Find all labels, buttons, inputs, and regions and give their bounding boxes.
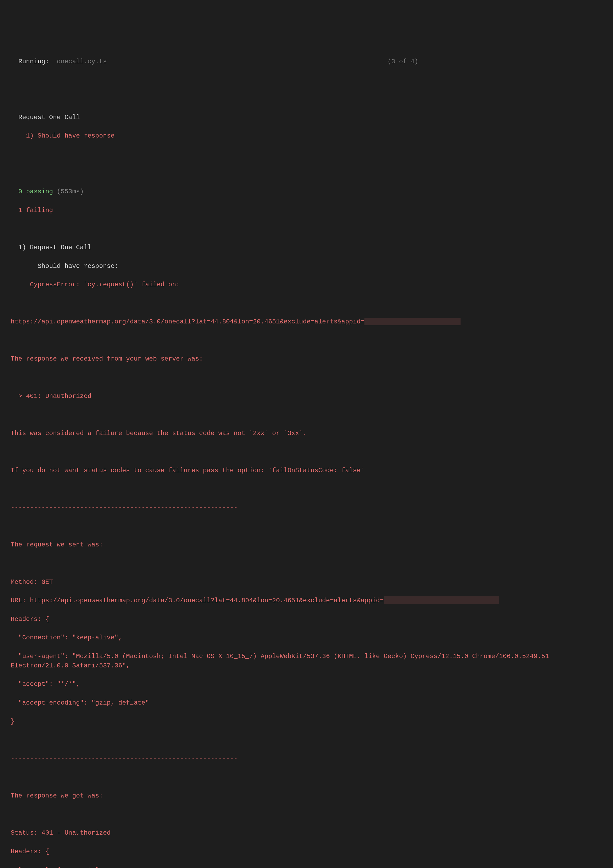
running-line: Running: onecall.cy.ts (3 of 4): [11, 57, 602, 67]
response-headers-open: Headers: {: [11, 847, 602, 857]
response-status: Status: 401 - Unauthorized: [11, 828, 602, 838]
divider-2: ----------------------------------------…: [11, 754, 602, 764]
failed-test-line: 1) Should have response: [11, 132, 602, 141]
response-title: The response we got was:: [11, 791, 602, 801]
request-h3: "accept": "*/*",: [11, 680, 602, 689]
obfuscated-appid-2: ████████████████: [384, 597, 499, 604]
running-label: Running:: [19, 58, 49, 65]
failure-msg2: This was considered a failure because th…: [11, 429, 602, 438]
request-headers-open: Headers: {: [11, 615, 602, 624]
request-url: URL: https://api.openweathermap.org/data…: [11, 596, 602, 606]
response-h1: "server": "openresty",: [11, 866, 602, 868]
summary-failing: 1 failing: [11, 206, 602, 215]
failure-status: > 401: Unauthorized: [11, 392, 602, 401]
request-headers-close: }: [11, 717, 602, 727]
failure-title-2: Should have response:: [11, 262, 602, 271]
request-h4: "accept-encoding": "gzip, deflate": [11, 698, 602, 708]
obfuscated-appid: ████████████████: [364, 318, 461, 326]
failure-title-1: 1) Request One Call: [11, 243, 602, 253]
request-h1: "Connection": "keep-alive",: [11, 633, 602, 643]
failure-error-prefix: CypressError: `cy.request()` failed on:: [11, 280, 602, 290]
failure-msg1: The response we received from your web s…: [11, 354, 602, 364]
suite-name: Request One Call: [11, 113, 602, 122]
spec-file: onecall.cy.ts: [57, 58, 107, 65]
failure-url: https://api.openweathermap.org/data/3.0/…: [11, 317, 602, 327]
progress-indicator: (3 of 4): [387, 58, 418, 65]
divider-1: ----------------------------------------…: [11, 503, 602, 513]
request-title: The request we sent was:: [11, 540, 602, 550]
failure-msg3: If you do not want status codes to cause…: [11, 466, 602, 476]
summary-passing: 0 passing (553ms): [11, 187, 602, 197]
request-h2: "user-agent": "Mozilla/5.0 (Macintosh; I…: [11, 652, 602, 671]
request-method: Method: GET: [11, 578, 602, 587]
